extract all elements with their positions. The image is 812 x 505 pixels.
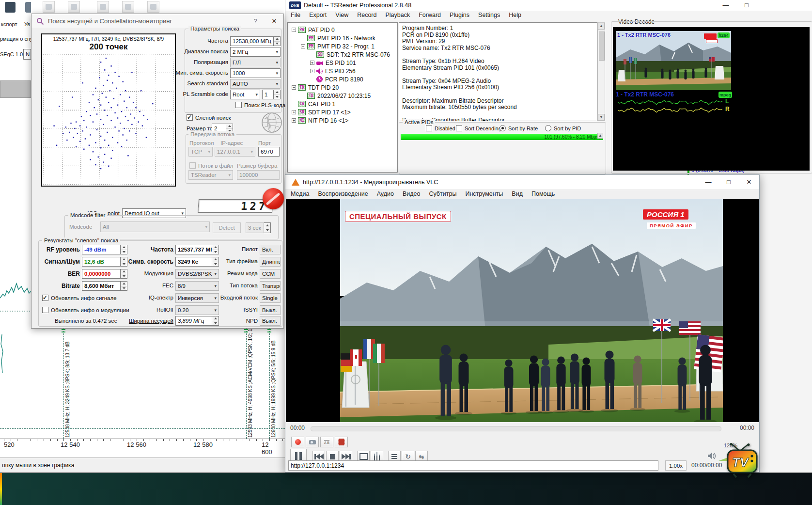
ab-loop-button[interactable]: A B (320, 437, 333, 447)
toolbar-icon[interactable] (43, 1, 55, 13)
vlc-titlebar[interactable]: http://127.0.0.1:1234 - Медиапроигрывате… (285, 175, 759, 190)
playback-rate[interactable]: 1.00x (665, 460, 687, 471)
tree-item[interactable]: TD2022/06/27 10:23:15 (301, 92, 371, 100)
tsreader-menu-record[interactable]: Record (353, 11, 381, 19)
tv-logo-icon[interactable]: TV (727, 443, 759, 479)
blind-search-checkbox[interactable] (187, 114, 193, 121)
minimize-button[interactable]: — (721, 1, 731, 10)
seek-bar[interactable] (311, 426, 721, 431)
update-modulation-checkbox[interactable] (42, 307, 48, 313)
freq-input[interactable]: 12538,000 МГц (230, 36, 274, 46)
tsreader-titlebar[interactable]: DVB Default -- TSReader Professional 2.8… (285, 0, 812, 11)
vlc-menu-субтитры[interactable]: Субтитры (424, 189, 461, 198)
tree-item[interactable]: CACAT PID 1 (292, 100, 335, 108)
tsreader-menu-view[interactable]: View (331, 11, 353, 19)
info-scrollbar[interactable]: ▲ ▼ (597, 22, 605, 121)
tsreader-menu-file[interactable]: File (286, 11, 305, 19)
vlc-close-button[interactable]: ✕ (743, 178, 755, 187)
tree-item[interactable]: PCR PID 8190 (310, 75, 363, 83)
tsreader-menu-playback[interactable]: Playback (381, 11, 414, 19)
tree-item[interactable]: −TDTDT PID 20 (292, 83, 339, 92)
tree-item[interactable]: −PAPAT PID 0 (292, 26, 335, 34)
pls-search-checkbox[interactable] (235, 102, 242, 108)
tsreader-menu-help[interactable]: Help (504, 11, 526, 19)
tsreader-menu-plugins[interactable]: Plugins (445, 11, 474, 19)
dialog-close-button[interactable]: ✕ (269, 17, 280, 26)
pilot-label: Пилот (206, 246, 258, 252)
tree-expander-icon[interactable]: + (310, 69, 314, 73)
tree-expander-icon[interactable]: − (301, 44, 305, 48)
dialog-titlebar[interactable]: Поиск несущей и Constellation-мониторинг… (31, 14, 283, 28)
snr-input[interactable]: 12,6 dB (82, 257, 121, 267)
sort-descending-checkbox[interactable] (456, 125, 462, 131)
npd-label: NPD (206, 318, 258, 324)
tree-expander-icon[interactable]: + (310, 61, 314, 65)
toolbar-icon[interactable] (97, 1, 109, 13)
vlc-menu-помощь[interactable]: Помощь (527, 189, 559, 198)
diseqc-combo[interactable]: N (23, 49, 31, 60)
toolbar-export-button[interactable]: кспорт (1, 1, 23, 29)
pl-code-input[interactable]: 1 (262, 90, 274, 99)
toolbar-icon[interactable] (147, 1, 159, 13)
port-input[interactable]: 6970 (258, 147, 280, 157)
help-button[interactable]: ? (250, 17, 260, 26)
ip-label: IP-адрес (220, 140, 243, 146)
tsreader-menu-export[interactable]: Export (305, 11, 331, 19)
pl-scramble-combo[interactable]: Root (230, 90, 260, 99)
tree-item[interactable]: +ES PID 101 (310, 59, 356, 67)
tree-item[interactable]: −PMPMT PID 32 - Progr. 1 (301, 42, 375, 50)
maximize-button[interactable]: □ (742, 1, 751, 10)
frame-by-frame-button[interactable] (335, 437, 348, 447)
special-issue-banner: СПЕЦИАЛЬНЫЙ ВЫПУСК (345, 211, 451, 222)
tree-item[interactable]: +ES PID 256 (310, 67, 356, 75)
vlc-menu-аудио[interactable]: Аудио (373, 189, 398, 198)
sort-by-rate-radio[interactable] (500, 125, 506, 131)
disabled-checkbox[interactable] (426, 125, 432, 131)
vlc-menu-медиа[interactable]: Медиа (286, 189, 313, 198)
tsreader-menu-settings[interactable]: Settings (474, 11, 504, 19)
snapshot-button[interactable] (306, 437, 319, 447)
tree-expander-icon[interactable]: − (292, 28, 296, 32)
scroll-thumb[interactable] (599, 32, 605, 61)
stream-type-label: Тип потока (206, 283, 258, 288)
info-line: Program Number: 1 (402, 25, 453, 32)
toolbar-zoom-button[interactable]: Ув (24, 1, 31, 29)
vlc-menu-вид[interactable]: Вид (507, 189, 527, 198)
spectrum-trace (0, 264, 32, 313)
toolbar-icon[interactable] (68, 1, 80, 13)
record-button[interactable] (291, 437, 304, 447)
range-combo[interactable]: 2 МГц (230, 47, 281, 57)
tsreader-menu-forward[interactable]: Forward (414, 11, 445, 19)
tree-item[interactable]: +NINIT PID 16 <1> (292, 116, 348, 125)
url-field[interactable]: http://127.0.0.1:1234 (288, 460, 658, 471)
scroll-down-icon[interactable]: ▼ (598, 114, 605, 121)
bitrate-input[interactable]: 8,600 Мбит (82, 281, 121, 291)
tree-item[interactable]: SDSDT: Tx2 RTR MSC-076 (310, 50, 390, 59)
vlc-menu-видео[interactable]: Видео (398, 189, 425, 198)
buffer-size-label: Размер буфера (237, 163, 277, 169)
symbol-rate-label: Симв. скорость (119, 258, 173, 265)
ip-combo: 127.0.0.1 (215, 147, 255, 157)
scroll-up-icon[interactable]: ▲ (598, 23, 605, 30)
sort-by-pid-radio[interactable] (545, 125, 551, 131)
info-line: Elementary Stream PID 256 (0x0100) (402, 84, 499, 91)
ber-input[interactable]: 0,0000000 (82, 269, 121, 279)
min-symbol-rate-combo[interactable]: 1000 (230, 68, 281, 78)
pl-code-spinner[interactable] (274, 90, 281, 99)
tree-item[interactable]: PMPMT PID 16 - Network (301, 34, 375, 42)
vlc-menu-инструменты[interactable]: Инструменты (461, 189, 507, 198)
carrier-width-link[interactable]: Ширина несущей (119, 318, 173, 324)
tree-expander-icon[interactable]: − (292, 85, 296, 90)
vlc-menu-воспроизведение[interactable]: Воспроизведение (313, 189, 372, 198)
tree-expander-icon[interactable]: + (292, 110, 296, 114)
table-icon: PA (298, 27, 306, 33)
tree-item[interactable]: +SDSDT PID 17 <1> (292, 108, 351, 116)
update-signal-checkbox[interactable] (42, 295, 48, 301)
freq-spinner[interactable] (274, 36, 281, 46)
rf-level-input[interactable]: -49 dBm (82, 245, 121, 254)
tree-expander-icon[interactable]: + (292, 118, 296, 123)
pid-scroll-up-icon[interactable]: ▲ (597, 133, 603, 139)
toolbar-icon[interactable] (122, 1, 134, 13)
vlc-minimize-button[interactable]: — (702, 178, 715, 187)
vlc-maximize-button[interactable]: □ (722, 178, 735, 187)
